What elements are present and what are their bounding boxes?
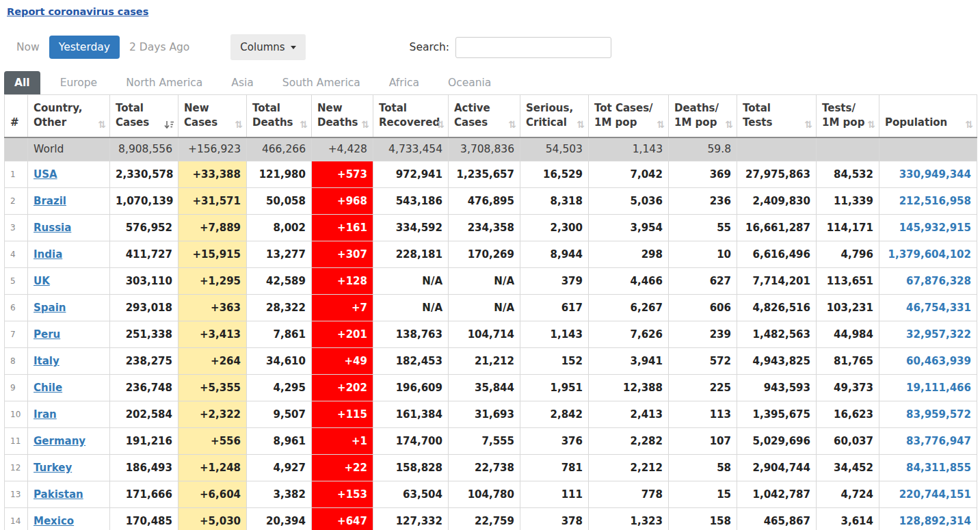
- table-row: 3Russia576,952+7,8898,002+161334,592234,…: [5, 215, 977, 241]
- deaths_1m-cell: 113: [669, 401, 737, 428]
- total_deaths-cell: 28,322: [247, 295, 312, 321]
- active_cases-cell: N/A: [449, 295, 520, 321]
- population-cell[interactable]: 46,754,331: [879, 295, 977, 321]
- country-link[interactable]: USA: [34, 168, 57, 181]
- col-header-rank[interactable]: #: [5, 95, 28, 138]
- total_deaths-cell: 20,394: [247, 508, 312, 530]
- total_deaths-cell: 3,382: [247, 481, 312, 508]
- population-cell[interactable]: 145,932,915: [879, 215, 977, 241]
- country-link[interactable]: Turkey: [34, 462, 72, 474]
- country-link[interactable]: Peru: [34, 328, 60, 341]
- country-link[interactable]: Mexico: [34, 515, 74, 527]
- total_recovered-cell: 174,700: [373, 428, 449, 455]
- col-header-active_cases[interactable]: ActiveCases⇅: [449, 95, 520, 138]
- population-cell[interactable]: 1,379,604,102: [879, 241, 977, 268]
- columns-button[interactable]: Columns: [230, 34, 305, 60]
- new_cases-cell: +31,571: [178, 188, 247, 215]
- rank-cell: 4: [5, 241, 28, 268]
- population-cell[interactable]: 330,949,344: [879, 161, 977, 188]
- continent-tab-asia[interactable]: Asia: [221, 71, 263, 94]
- active_cases-cell: 35,844: [449, 375, 520, 401]
- population-cell[interactable]: 212,516,958: [879, 188, 977, 215]
- time-tab-now[interactable]: Now: [7, 36, 49, 59]
- col-header-total_tests[interactable]: TotalTests⇅: [737, 95, 817, 138]
- country-link[interactable]: Germany: [34, 435, 85, 447]
- total_cases-cell: 1,070,139: [110, 188, 178, 215]
- col-header-label: TotalCases: [116, 102, 149, 129]
- population-cell[interactable]: 32,957,322: [879, 321, 977, 348]
- search-input[interactable]: [455, 37, 611, 58]
- continent-tab-all[interactable]: All: [4, 71, 40, 94]
- total_deaths-cell: 121,980: [247, 161, 312, 188]
- population-cell[interactable]: 84,311,855: [879, 455, 977, 481]
- population-cell[interactable]: 128,892,314: [879, 508, 977, 530]
- deaths_1m-cell: 158: [669, 508, 737, 530]
- new_cases-cell: +6,604: [178, 481, 247, 508]
- population-cell[interactable]: 83,776,947: [879, 428, 977, 455]
- total_cases-cell: 8,908,556: [110, 137, 178, 161]
- deaths_1m-cell: 572: [669, 348, 737, 375]
- cases_1m-cell: 4,466: [589, 268, 669, 295]
- total_cases-cell: 303,110: [110, 268, 178, 295]
- col-header-country[interactable]: Country,Other⇅: [28, 95, 110, 138]
- country-link[interactable]: Chile: [34, 382, 62, 394]
- serious_critical-cell: 617: [520, 295, 589, 321]
- continent-tab-north-america[interactable]: North America: [116, 71, 213, 94]
- country-link[interactable]: Italy: [34, 355, 59, 367]
- col-header-total_recovered[interactable]: TotalRecovered⇅: [373, 95, 449, 138]
- new_deaths-cell: +115: [312, 401, 373, 428]
- continent-tab-europe[interactable]: Europe: [50, 71, 108, 94]
- col-header-new_deaths[interactable]: NewDeaths⇅: [312, 95, 373, 138]
- new_cases-cell: +1,248: [178, 455, 247, 481]
- col-header-new_cases[interactable]: NewCases⇅: [178, 95, 247, 138]
- continent-tab-oceania[interactable]: Oceania: [438, 71, 501, 94]
- total_deaths-cell: 7,861: [247, 321, 312, 348]
- col-header-serious_critical[interactable]: Serious,Critical⇅: [520, 95, 589, 138]
- country-link[interactable]: Iran: [34, 408, 57, 421]
- new_deaths-cell: +968: [312, 188, 373, 215]
- col-header-tests_1m[interactable]: Tests/1M pop⇅: [817, 95, 879, 138]
- total_tests-cell: 1,042,787: [737, 481, 817, 508]
- table-row: 5UK303,110+1,29542,589+128N/AN/A3794,466…: [5, 268, 977, 295]
- report-cases-link[interactable]: Report coronavirus cases: [7, 6, 148, 17]
- cases_1m-cell: 7,626: [589, 321, 669, 348]
- time-tab-2-days-ago[interactable]: 2 Days Ago: [120, 36, 199, 59]
- continent-tab-south-america[interactable]: South America: [272, 71, 371, 94]
- time-tab-yesterday[interactable]: Yesterday: [49, 36, 120, 59]
- active_cases-cell: 7,555: [449, 428, 520, 455]
- country-link[interactable]: UK: [34, 275, 50, 287]
- population-cell[interactable]: 19,111,466: [879, 375, 977, 401]
- cases_1m-cell: 2,212: [589, 455, 669, 481]
- continent-tab-africa[interactable]: Africa: [379, 71, 429, 94]
- sort-icon: ⇅: [725, 120, 733, 129]
- country-link[interactable]: Russia: [34, 222, 71, 234]
- new_cases-cell: +556: [178, 428, 247, 455]
- col-header-cases_1m[interactable]: Tot Cases/1M pop⇅: [589, 95, 669, 138]
- country-link[interactable]: Brazil: [34, 195, 66, 207]
- col-header-deaths_1m[interactable]: Deaths/1M pop⇅: [669, 95, 737, 138]
- col-header-label: Country,Other: [34, 102, 83, 129]
- new_cases-cell: +156,923: [178, 137, 247, 161]
- rank-cell: 8: [5, 348, 28, 375]
- col-header-total_deaths[interactable]: TotalDeaths⇅: [247, 95, 312, 138]
- population-cell[interactable]: 83,959,572: [879, 401, 977, 428]
- total_recovered-cell: 127,332: [373, 508, 449, 530]
- country-link[interactable]: Spain: [34, 302, 66, 314]
- col-header-population[interactable]: Population⇅: [879, 95, 977, 138]
- deaths_1m-cell: 10: [669, 241, 737, 268]
- country-cell: Spain: [28, 295, 110, 321]
- total_tests-cell: 4,943,825: [737, 348, 817, 375]
- country-link[interactable]: India: [34, 248, 62, 261]
- population-cell[interactable]: 60,463,939: [879, 348, 977, 375]
- total_deaths-cell: 50,058: [247, 188, 312, 215]
- population-cell[interactable]: 220,744,151: [879, 481, 977, 508]
- total_cases-cell: 202,584: [110, 401, 178, 428]
- col-header-total_cases[interactable]: TotalCases: [110, 95, 178, 138]
- toolbar: NowYesterday2 Days Ago Columns Search:: [7, 34, 980, 60]
- population-cell[interactable]: 67,876,328: [879, 268, 977, 295]
- total_tests-cell: 4,826,516: [737, 295, 817, 321]
- table-row: 9Chile236,748+5,3554,295+202196,60935,84…: [5, 375, 977, 401]
- country-link[interactable]: Pakistan: [34, 488, 83, 501]
- cases_1m-cell: 1,143: [589, 137, 669, 161]
- deaths_1m-cell: 58: [669, 455, 737, 481]
